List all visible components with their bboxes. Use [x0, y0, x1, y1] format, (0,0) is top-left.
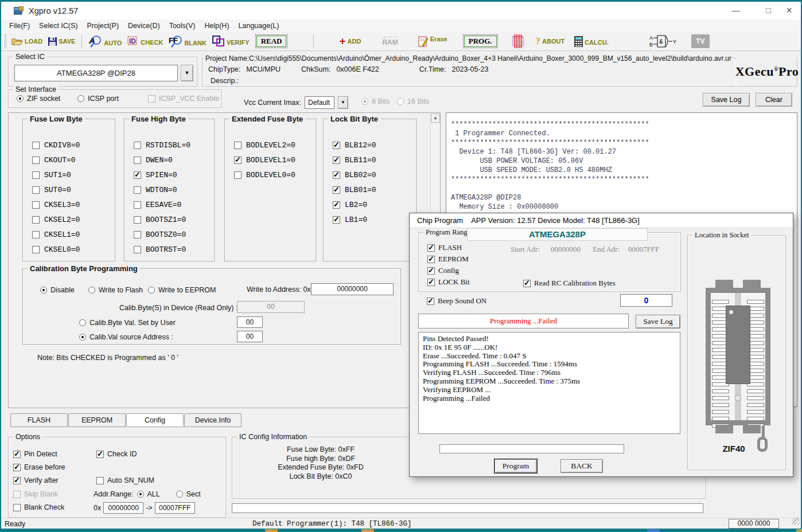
fuse-checkbox-row[interactable]: RSTDISBL=0 [134, 141, 190, 150]
menu-select-ic[interactable]: Select IC(S) [34, 22, 82, 30]
auto-button[interactable]: A AUTO [88, 35, 122, 48]
checkbox[interactable] [96, 477, 104, 484]
checkbox[interactable] [134, 157, 141, 164]
calib-src-addr-radio[interactable]: Calib.Val source Address : [79, 333, 173, 341]
radio[interactable] [40, 287, 47, 294]
checkbox[interactable] [32, 216, 40, 224]
fuse-checkbox-row[interactable]: BODLEVEL1=0 [234, 156, 295, 165]
fuse-checkbox-row[interactable]: BODLEVEL2=0 [234, 141, 295, 150]
checkbox[interactable] [32, 201, 40, 209]
checkbox[interactable] [333, 216, 340, 224]
tv-button[interactable]: TV [691, 34, 710, 48]
auto-sn-checkbox[interactable]: Auto SN_NUM [96, 476, 154, 484]
checkbox[interactable] [13, 451, 21, 458]
tab[interactable]: Config [126, 413, 184, 427]
range-to-input[interactable]: 00007FFF [155, 502, 195, 514]
radio-all[interactable] [137, 491, 144, 498]
blank-check-checkbox[interactable]: Blank Check [13, 503, 64, 511]
dialog-title-bar[interactable]: Chip Program APP Version: 12.57 Device M… [410, 213, 793, 228]
radio[interactable] [79, 319, 86, 326]
checkbox[interactable] [134, 171, 141, 179]
checkbox[interactable] [13, 504, 21, 511]
checkbox[interactable] [13, 477, 21, 484]
fuse-checkbox-row[interactable]: BODLEVEL0=0 [234, 171, 295, 179]
blank-button[interactable]: FF BLANK [169, 35, 207, 48]
check-button[interactable]: ID CHECK [127, 36, 163, 47]
checkbox[interactable] [427, 279, 435, 286]
radio[interactable] [17, 95, 24, 102]
selected-ic-display[interactable]: ATMEGA328P @DIP28 [14, 65, 178, 81]
flash-checkbox[interactable]: FLASH [427, 243, 462, 252]
fuse-checkbox-row[interactable]: DWEN=0 [134, 156, 190, 165]
erase-before-checkbox[interactable]: Erase before [13, 463, 65, 471]
vcc-select-value[interactable]: Default [305, 96, 334, 109]
checkbox[interactable] [333, 142, 340, 149]
checkbox[interactable] [523, 280, 531, 287]
fuse-checkbox-row[interactable]: CKSEL0=0 [32, 245, 80, 254]
select-ic-dropdown-button[interactable]: ▼ [181, 65, 193, 81]
checkbox[interactable] [234, 142, 242, 149]
icsp-port-radio[interactable]: ICSP port [77, 95, 119, 103]
save-button[interactable]: SAVE [48, 37, 75, 46]
verify-after-checkbox[interactable]: Verify after [13, 476, 59, 484]
checkbox[interactable] [32, 186, 40, 194]
eeprom-checkbox[interactable]: EEPROM [427, 255, 469, 264]
pin-detect-checkbox[interactable]: Pin Detect [13, 450, 57, 458]
menu-tools[interactable]: Tools(V) [165, 22, 200, 30]
resize-grip[interactable] [792, 518, 800, 525]
tab[interactable]: EEPROM [68, 413, 126, 427]
checkbox[interactable] [32, 142, 40, 149]
checkbox[interactable] [32, 246, 40, 253]
checkbox[interactable] [427, 298, 434, 305]
config-checkbox[interactable]: Config [427, 266, 459, 275]
checkbox[interactable] [333, 171, 340, 179]
fuse-checkbox-row[interactable]: BOOTSZ0=0 [134, 230, 190, 239]
erase-button[interactable]: Erase [418, 36, 447, 47]
tab[interactable]: FLASH [10, 413, 68, 427]
checkbox[interactable] [333, 186, 340, 194]
ram-button[interactable]: RAM [381, 37, 399, 46]
menu-help[interactable]: Help(H) [200, 22, 233, 30]
add-button[interactable]: + ADD [339, 37, 361, 45]
lock-checkbox-row[interactable]: BLB12=0 [333, 141, 376, 150]
calib-user-val-input[interactable]: 00 [237, 316, 263, 328]
calib-src-addr-input[interactable]: 00 [237, 331, 263, 342]
checkbox[interactable] [134, 246, 141, 253]
fuse-checkbox-row[interactable]: WDTON=0 [134, 186, 190, 194]
fuse-checkbox-row[interactable]: CKDIV8=0 [32, 141, 80, 150]
tab[interactable]: Device.Info [184, 413, 242, 427]
menu-language[interactable]: Language(L) [234, 22, 284, 30]
checkbox[interactable] [333, 201, 340, 209]
checkbox[interactable] [427, 267, 435, 275]
checkbox[interactable] [134, 142, 141, 149]
calcu-button[interactable]: CALCU. [574, 36, 609, 47]
read-rc-checkbox[interactable]: Read RC Calibration Bytes [523, 279, 616, 288]
logic-test-button[interactable]: AB&Y [649, 34, 679, 49]
calib-write-flash-radio[interactable]: Write to Flash [88, 286, 143, 294]
lock-checkbox-row[interactable]: BLB02=0 [333, 171, 376, 179]
back-button[interactable]: BACK [560, 459, 603, 473]
menu-project[interactable]: Project(P) [83, 22, 124, 30]
checkbox[interactable] [427, 244, 435, 252]
checkbox[interactable] [234, 157, 242, 164]
check-id-checkbox[interactable]: Check ID [96, 450, 137, 458]
calib-user-val-radio[interactable]: Calib.Byte Val. Set by User [79, 319, 176, 327]
lock-checkbox-row[interactable]: LB2=0 [333, 201, 376, 209]
fuse-checkbox-row[interactable]: SPIEN=0 [134, 171, 190, 179]
radio[interactable] [77, 95, 84, 102]
lock-bit-checkbox[interactable]: LOCK Bit [427, 277, 470, 287]
beep-sound-checkbox[interactable]: Beep Sound ON [427, 296, 486, 306]
fuse-checkbox-row[interactable]: EESAVE=0 [134, 201, 190, 209]
calib-disable-radio[interactable]: Disable [40, 286, 75, 294]
fuse-checkbox-row[interactable]: BOOTSZ1=0 [134, 216, 190, 224]
close-button[interactable]: ✕ [776, 2, 802, 19]
menu-file[interactable]: File(F) [5, 22, 34, 30]
radio[interactable] [79, 334, 86, 341]
checkbox[interactable] [96, 451, 104, 458]
radio[interactable] [148, 287, 155, 294]
checkbox[interactable] [427, 256, 435, 263]
checkbox[interactable] [32, 171, 40, 179]
checkbox[interactable] [333, 157, 340, 164]
fuse-checkbox-row[interactable]: CKSEL1=0 [32, 230, 80, 239]
zif-socket-radio[interactable]: ZIF socket [17, 95, 60, 103]
